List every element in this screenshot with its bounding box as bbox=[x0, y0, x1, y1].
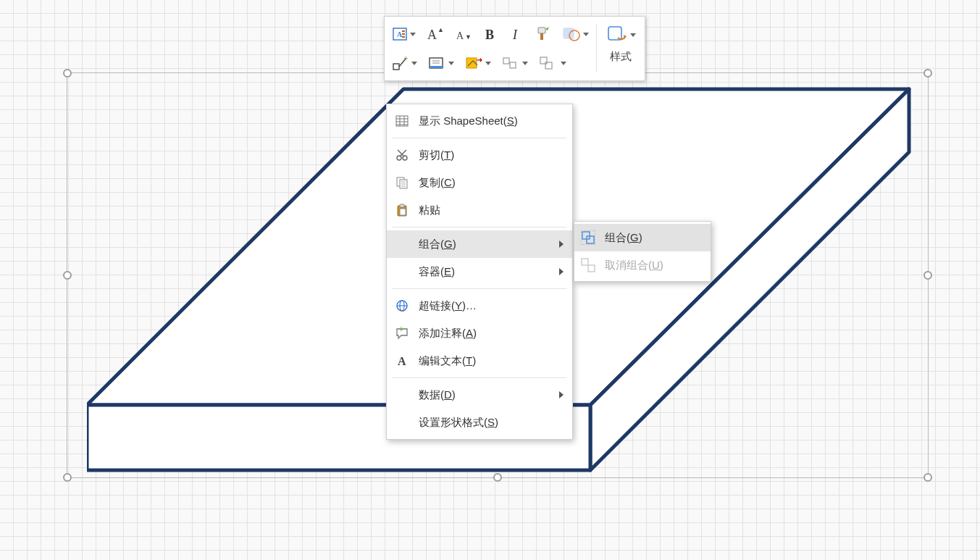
svg-rect-31 bbox=[608, 27, 621, 40]
dropdown-caret-icon bbox=[411, 62, 417, 65]
menu-separator bbox=[393, 227, 566, 227]
dropdown-caret-icon bbox=[522, 62, 528, 65]
menu-label: 容器(E) bbox=[419, 265, 559, 279]
menu-separator bbox=[393, 138, 566, 138]
svg-text:▲: ▲ bbox=[437, 26, 444, 33]
menu-item-paste[interactable]: 粘贴 bbox=[387, 196, 572, 224]
menu-item-container[interactable]: 容器(E) bbox=[387, 258, 572, 285]
submenu-arrow-icon bbox=[559, 391, 564, 398]
menu-label: 显示 ShapeSheet(S) bbox=[419, 114, 564, 128]
svg-rect-55 bbox=[582, 232, 590, 239]
svg-rect-14 bbox=[538, 28, 545, 33]
menu-separator bbox=[393, 288, 566, 289]
svg-text:➜: ➜ bbox=[477, 56, 482, 64]
menu-label: 粘贴 bbox=[419, 204, 564, 217]
bold-button[interactable]: B bbox=[479, 22, 501, 46]
ungroup-icon bbox=[579, 258, 598, 272]
svg-text:A: A bbox=[456, 30, 464, 41]
hyperlink-icon bbox=[393, 299, 411, 312]
submenu-group: 组合(G) 取消组合(U) bbox=[574, 221, 711, 282]
fill-button[interactable] bbox=[424, 51, 457, 75]
svg-rect-56 bbox=[587, 236, 594, 243]
dropdown-caret-icon bbox=[410, 33, 416, 36]
svg-text:▼: ▼ bbox=[465, 33, 472, 41]
menu-item-format-shape[interactable]: 设置形状格式(S) bbox=[387, 409, 572, 436]
styles-label: 样式 bbox=[601, 50, 640, 64]
submenu-item-ungroup: 取消组合(U) bbox=[574, 251, 711, 279]
menu-label: 复制(C) bbox=[419, 176, 564, 190]
copy-icon bbox=[393, 176, 411, 189]
menu-item-cut[interactable]: 剪切(T) bbox=[387, 141, 572, 169]
paste-icon bbox=[393, 204, 411, 217]
decrease-font-button[interactable]: A▼ bbox=[452, 22, 475, 46]
menu-separator bbox=[393, 377, 566, 378]
dropdown-caret-icon bbox=[583, 33, 589, 36]
scissors-icon bbox=[393, 149, 411, 162]
menu-label: 数据(D) bbox=[419, 388, 559, 402]
svg-rect-57 bbox=[581, 230, 595, 245]
quick-styles-button[interactable] bbox=[559, 22, 592, 46]
menu-item-comment[interactable]: + 添加注释(A) bbox=[387, 319, 572, 347]
menu-item-shapesheet[interactable]: 显示 ShapeSheet(S) bbox=[387, 107, 572, 135]
svg-point-39 bbox=[403, 156, 407, 160]
dropdown-caret-icon bbox=[448, 62, 454, 65]
submenu-label: 取消组合(U) bbox=[605, 259, 703, 272]
submenu-arrow-icon bbox=[559, 268, 564, 275]
toolbar-separator bbox=[596, 24, 597, 72]
dropdown-caret-icon bbox=[561, 62, 566, 65]
submenu-arrow-icon bbox=[559, 241, 564, 248]
svg-rect-48 bbox=[400, 204, 404, 207]
svg-text:I: I bbox=[512, 28, 518, 42]
group-icon bbox=[579, 230, 598, 245]
dropdown-caret-icon bbox=[630, 33, 636, 37]
text-block-format-button[interactable]: A bbox=[389, 22, 419, 46]
dropdown-caret-icon bbox=[485, 62, 491, 65]
svg-rect-28 bbox=[510, 62, 516, 68]
svg-rect-59 bbox=[588, 265, 595, 272]
menu-item-edit-text[interactable]: A 编辑文本(T) bbox=[387, 347, 572, 375]
menu-item-copy[interactable]: 复制(C) bbox=[387, 169, 572, 196]
svg-rect-16 bbox=[564, 28, 574, 38]
menu-label: 编辑文本(T) bbox=[419, 354, 564, 368]
arrange-button[interactable] bbox=[535, 51, 569, 75]
svg-text:+: + bbox=[403, 55, 408, 62]
mini-toolbar: A A▲ A▼ B I + bbox=[384, 16, 645, 81]
svg-rect-49 bbox=[400, 209, 406, 215]
context-menu: 显示 ShapeSheet(S) 剪切(T) 复制(C) 粘贴 组合(G) 容器… bbox=[386, 104, 573, 440]
menu-item-data[interactable]: 数据(D) bbox=[387, 381, 572, 409]
svg-text:+: + bbox=[399, 327, 403, 333]
svg-rect-22 bbox=[430, 66, 443, 68]
shape-effects-button[interactable] bbox=[601, 20, 640, 50]
svg-text:A: A bbox=[398, 355, 406, 367]
comment-icon: + bbox=[393, 327, 411, 340]
svg-rect-5 bbox=[402, 30, 405, 32]
svg-text:B: B bbox=[485, 28, 494, 42]
submenu-label: 组合(G) bbox=[605, 231, 703, 245]
svg-rect-30 bbox=[545, 62, 552, 69]
table-icon bbox=[393, 115, 411, 127]
menu-label: 超链接(Y)… bbox=[419, 299, 564, 313]
menu-label: 添加注释(A) bbox=[419, 327, 564, 340]
line-button[interactable]: ➜ bbox=[461, 51, 494, 75]
svg-text:A: A bbox=[397, 30, 403, 38]
submenu-item-group[interactable]: 组合(G) bbox=[574, 224, 711, 251]
svg-rect-15 bbox=[540, 33, 543, 40]
connector-tool-button[interactable]: + bbox=[389, 51, 420, 75]
svg-rect-58 bbox=[582, 259, 588, 265]
text-icon: A bbox=[393, 354, 411, 367]
svg-rect-6 bbox=[402, 33, 405, 35]
menu-item-group[interactable]: 组合(G) bbox=[387, 230, 572, 258]
menu-label: 设置形状格式(S) bbox=[419, 416, 564, 430]
menu-label: 剪切(T) bbox=[419, 149, 564, 162]
align-button[interactable] bbox=[498, 51, 531, 75]
format-painter-button[interactable] bbox=[532, 22, 555, 46]
svg-point-38 bbox=[397, 156, 401, 160]
svg-rect-18 bbox=[393, 64, 399, 70]
svg-text:A: A bbox=[427, 28, 437, 42]
svg-rect-29 bbox=[540, 57, 547, 64]
increase-font-button[interactable]: A▲ bbox=[423, 22, 448, 46]
menu-item-hyperlink[interactable]: 超链接(Y)… bbox=[387, 292, 572, 319]
svg-rect-7 bbox=[402, 36, 405, 38]
italic-button[interactable]: I bbox=[506, 22, 527, 46]
svg-rect-27 bbox=[503, 58, 509, 64]
